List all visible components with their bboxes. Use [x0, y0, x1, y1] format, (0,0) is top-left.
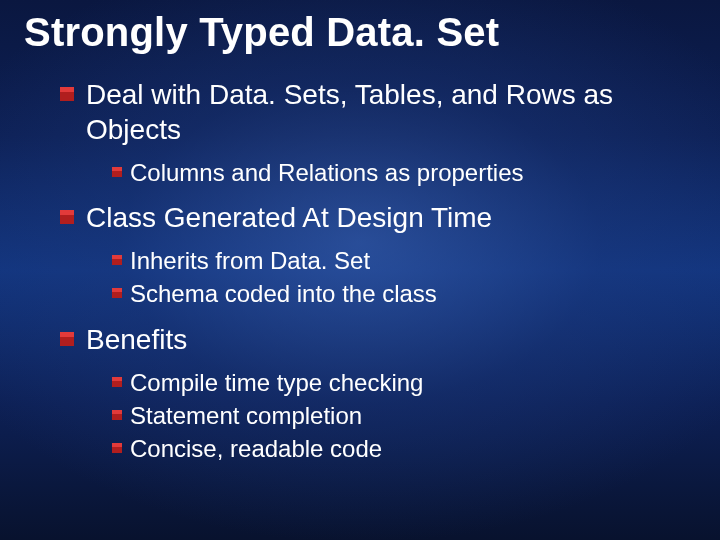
- bullet-icon: [112, 377, 122, 387]
- svg-rect-9: [112, 288, 122, 292]
- sub-list: Inherits from Data. Set Schema coded int…: [86, 245, 696, 309]
- bullet-icon: [112, 167, 122, 177]
- item-text: Deal with Data. Sets, Tables, and Rows a…: [86, 79, 613, 145]
- list-item: Schema coded into the class: [112, 278, 696, 309]
- list-item: Deal with Data. Sets, Tables, and Rows a…: [60, 77, 696, 188]
- item-text: Columns and Relations as properties: [130, 159, 524, 186]
- svg-rect-17: [112, 443, 122, 447]
- bullet-icon: [60, 210, 74, 224]
- sub-list: Columns and Relations as properties: [86, 157, 696, 188]
- item-text: Compile time type checking: [130, 369, 423, 396]
- bullet-list: Deal with Data. Sets, Tables, and Rows a…: [24, 77, 696, 464]
- bullet-icon: [112, 443, 122, 453]
- svg-rect-7: [112, 255, 122, 259]
- item-text: Statement completion: [130, 402, 362, 429]
- bullet-icon: [60, 87, 74, 101]
- list-item: Inherits from Data. Set: [112, 245, 696, 276]
- item-text: Benefits: [86, 324, 187, 355]
- list-item: Columns and Relations as properties: [112, 157, 696, 188]
- svg-rect-3: [112, 167, 122, 171]
- item-text: Inherits from Data. Set: [130, 247, 370, 274]
- bullet-icon: [112, 255, 122, 265]
- slide: Strongly Typed Data. Set Deal with Data.…: [0, 0, 720, 540]
- slide-title: Strongly Typed Data. Set: [24, 10, 696, 55]
- list-item: Benefits Compile time type checking Stat…: [60, 322, 696, 465]
- svg-rect-11: [60, 332, 74, 337]
- item-text: Class Generated At Design Time: [86, 202, 492, 233]
- item-text: Concise, readable code: [130, 435, 382, 462]
- bullet-icon: [112, 410, 122, 420]
- list-item: Compile time type checking: [112, 367, 696, 398]
- svg-rect-13: [112, 377, 122, 381]
- bullet-icon: [60, 332, 74, 346]
- sub-list: Compile time type checking Statement com…: [86, 367, 696, 465]
- list-item: Class Generated At Design Time Inherits …: [60, 200, 696, 309]
- svg-rect-15: [112, 410, 122, 414]
- bullet-icon: [112, 288, 122, 298]
- list-item: Statement completion: [112, 400, 696, 431]
- svg-rect-5: [60, 210, 74, 215]
- svg-rect-1: [60, 87, 74, 92]
- item-text: Schema coded into the class: [130, 280, 437, 307]
- list-item: Concise, readable code: [112, 433, 696, 464]
